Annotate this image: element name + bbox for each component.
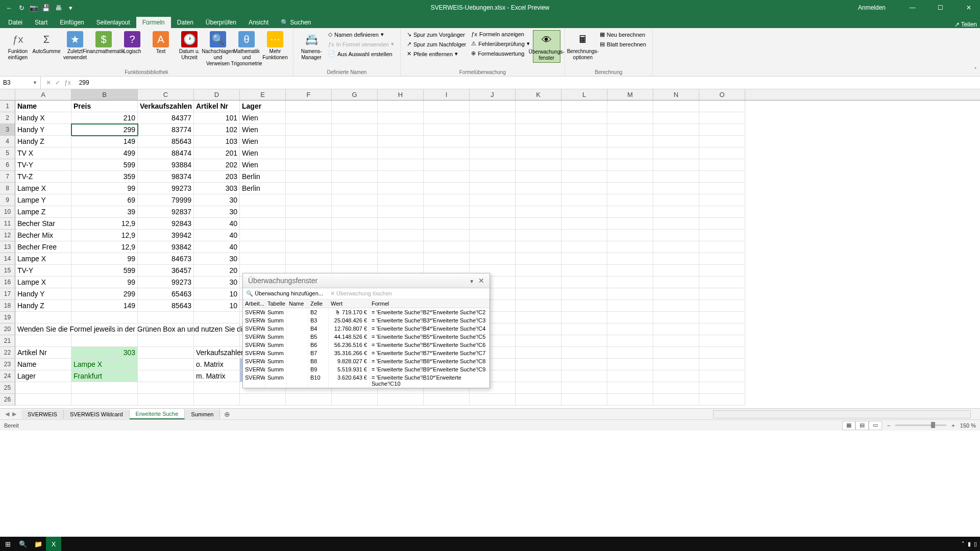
cell-K9[interactable] [516, 194, 561, 206]
cell-D6[interactable]: 202 [194, 159, 240, 171]
watch-row[interactable]: SVERW...SummB325.048.426 €= 'Erweiterte … [243, 316, 489, 324]
cell-F26[interactable] [286, 394, 332, 406]
cell-K11[interactable] [516, 218, 561, 230]
cell-A12[interactable]: Becher Mix [15, 230, 71, 241]
cell-K1[interactable] [516, 101, 561, 112]
cell-N10[interactable] [653, 206, 699, 218]
cell-D23[interactable]: o. Matrix [194, 359, 240, 370]
row-header-5[interactable]: 5 [0, 147, 15, 159]
cell-M2[interactable] [607, 112, 653, 124]
cell-E4[interactable]: Wien [240, 136, 286, 147]
cell-A17[interactable]: Handy Y [15, 288, 71, 300]
cell-C12[interactable]: 39942 [138, 230, 194, 241]
zoom-in-button[interactable]: + [951, 422, 954, 429]
cell-K2[interactable] [516, 112, 561, 124]
cell-D15[interactable]: 20 [194, 265, 240, 277]
cell-I11[interactable] [424, 218, 470, 230]
cell-J11[interactable] [470, 218, 516, 230]
back-icon[interactable]: ← [5, 4, 13, 12]
cell-F8[interactable] [286, 183, 332, 194]
sheet-tab-wildcard[interactable]: SVERWEIS Wildcard [64, 410, 130, 419]
cell-C19[interactable] [138, 312, 194, 323]
cell-K4[interactable] [516, 136, 561, 147]
cell-B14[interactable]: 99 [71, 253, 138, 265]
col-header-A[interactable]: A [15, 89, 71, 100]
watch-window-button[interactable]: 👁Überwachungs-fenster [533, 30, 560, 63]
cell-K21[interactable] [516, 335, 561, 347]
cell-I7[interactable] [424, 171, 470, 183]
cell-B1[interactable]: Preis [71, 101, 138, 112]
calc-sheet-button[interactable]: ▤ Blatt berechnen [598, 40, 648, 48]
row-header-12[interactable]: 12 [0, 230, 15, 241]
tray-icon[interactable]: ▮ [968, 541, 971, 547]
cell-B3[interactable]: 299 [71, 124, 138, 136]
col-header-I[interactable]: I [424, 89, 470, 100]
lookup-button[interactable]: 🔍Nachschlagen und Verweisen [204, 30, 232, 68]
col-header-N[interactable]: N [653, 89, 699, 100]
cell-N1[interactable] [653, 101, 699, 112]
show-formulas-button[interactable]: ƒx Formeln anzeigen [469, 30, 532, 38]
search-tab[interactable]: 🔍 Suchen [275, 17, 317, 28]
col-header-H[interactable]: H [378, 89, 424, 100]
cell-A20[interactable]: Wenden Sie die Formel jeweils in der Grü… [15, 323, 71, 335]
col-header-L[interactable]: L [561, 89, 607, 100]
cell-E10[interactable] [240, 206, 286, 218]
signin-link[interactable]: Anmelden [858, 4, 896, 11]
cell-N14[interactable] [653, 253, 699, 265]
cell-N11[interactable] [653, 218, 699, 230]
cell-A10[interactable]: Lampe Z [15, 206, 71, 218]
sheet-tab-sverweis[interactable]: SVERWEIS [21, 410, 64, 419]
row-header-25[interactable]: 25 [0, 382, 15, 394]
cell-O8[interactable] [699, 183, 745, 194]
cell-O22[interactable] [699, 347, 745, 359]
cell-B18[interactable]: 149 [71, 300, 138, 312]
cell-C1[interactable]: Verkaufszahlen [138, 101, 194, 112]
cell-B13[interactable]: 12,9 [71, 241, 138, 253]
row-header-8[interactable]: 8 [0, 183, 15, 194]
cell-E26[interactable] [240, 394, 286, 406]
cell-N8[interactable] [653, 183, 699, 194]
cell-K12[interactable] [516, 230, 561, 241]
cell-B21[interactable] [71, 335, 138, 347]
cell-A3[interactable]: Handy Y [15, 124, 71, 136]
watch-row[interactable]: SVERW...SummB735.316.266 €= 'Erweiterte … [243, 349, 489, 357]
cell-E13[interactable] [240, 241, 286, 253]
cell-H10[interactable] [378, 206, 424, 218]
row-header-3[interactable]: 3 [0, 124, 15, 136]
cell-C14[interactable]: 84673 [138, 253, 194, 265]
page-break-view-button[interactable]: ▭ [869, 421, 882, 430]
cell-I13[interactable] [424, 241, 470, 253]
row-header-23[interactable]: 23 [0, 359, 15, 370]
cell-N6[interactable] [653, 159, 699, 171]
cell-D25[interactable] [194, 382, 240, 394]
cell-L7[interactable] [561, 171, 607, 183]
watch-close-icon[interactable]: ✕ [478, 277, 484, 285]
cell-K20[interactable] [516, 323, 561, 335]
start-button[interactable]: ⊞ [0, 537, 15, 551]
cell-I2[interactable] [424, 112, 470, 124]
close-button[interactable]: ✕ [957, 0, 980, 15]
cell-L2[interactable] [561, 112, 607, 124]
cell-N25[interactable] [653, 382, 699, 394]
tab-start[interactable]: Start [29, 17, 54, 28]
cell-I4[interactable] [424, 136, 470, 147]
cell-E11[interactable] [240, 218, 286, 230]
file-explorer-icon[interactable]: 📁 [31, 537, 46, 551]
cell-N17[interactable] [653, 288, 699, 300]
name-box[interactable]: B3▼ [0, 77, 41, 89]
row-header-21[interactable]: 21 [0, 335, 15, 347]
cell-K18[interactable] [516, 300, 561, 312]
financial-button[interactable]: $Finanzmathematik [90, 30, 117, 68]
cell-B16[interactable]: 99 [71, 277, 138, 288]
cell-B9[interactable]: 69 [71, 194, 138, 206]
cell-A24[interactable]: Lager [15, 370, 71, 382]
cell-L5[interactable] [561, 147, 607, 159]
camera-icon[interactable]: 📷 [30, 4, 38, 12]
maximize-button[interactable]: ☐ [929, 0, 952, 15]
cell-L3[interactable] [561, 124, 607, 136]
cell-M9[interactable] [607, 194, 653, 206]
cell-F3[interactable] [286, 124, 332, 136]
cell-A16[interactable]: Lampe X [15, 277, 71, 288]
cell-B6[interactable]: 599 [71, 159, 138, 171]
cell-M23[interactable] [607, 359, 653, 370]
